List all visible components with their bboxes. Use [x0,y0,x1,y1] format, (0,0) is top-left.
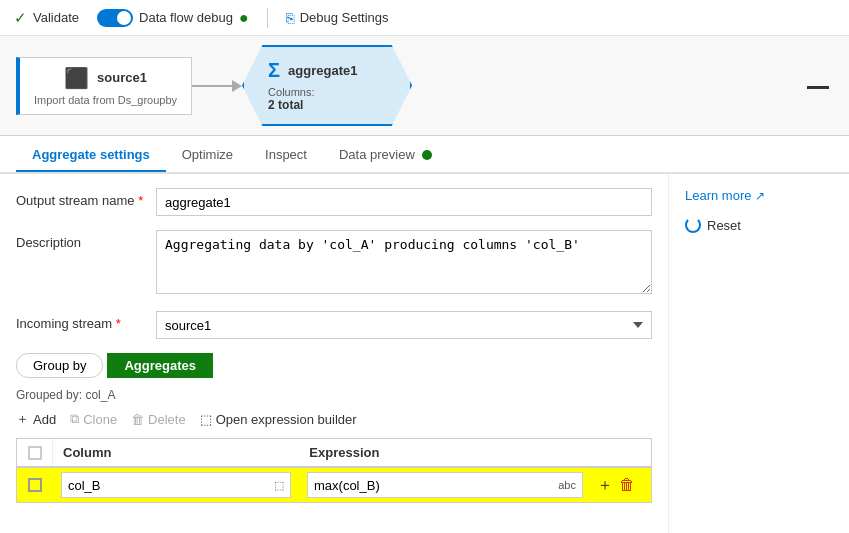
data-preview-dot [422,150,432,160]
learn-more-link[interactable]: Learn more ↗ [685,188,833,203]
reset-label: Reset [707,218,741,233]
expression-input-wrap: abc [307,472,583,498]
add-button[interactable]: ＋ Add [16,410,56,428]
row-add-icon[interactable]: ＋ [597,475,613,496]
source-node-title: source1 [97,70,147,85]
clone-button[interactable]: ⧉ Clone [70,411,117,427]
incoming-stream-select[interactable]: source1 [156,311,652,339]
aggregate-node-columns-label: Columns: [268,86,314,98]
tabs-bar: Aggregate settings Optimize Inspect Data… [0,136,849,174]
td-expression-cell: abc [299,468,591,502]
debug-settings-label: Debug Settings [300,10,389,25]
description-row: Description [16,230,652,297]
th-checkbox [17,439,53,466]
expression-builder-icon: ⬚ [200,412,212,427]
description-input-wrap [156,230,652,297]
th-actions [591,439,651,466]
tab-data-preview[interactable]: Data preview [323,139,449,172]
toggle-group: Group by Aggregates [16,353,652,378]
tab-optimize[interactable]: Optimize [166,139,249,172]
td-checkbox-cell [17,472,53,498]
incoming-stream-select-wrap: source1 [156,311,652,339]
add-icon: ＋ [16,410,29,428]
source-node-icon: ⬛ [64,66,89,90]
aggregate-node-icon: Σ [268,59,280,82]
row-checkbox[interactable] [28,478,42,492]
table-header: Column Expression [17,439,651,467]
output-stream-input-wrap [156,188,652,216]
aggregates-button[interactable]: Aggregates [107,353,213,378]
column-type-icon: ⬚ [274,479,284,492]
external-link-icon: ↗ [755,189,765,203]
description-label: Description [16,230,156,250]
expression-builder-button[interactable]: ⬚ Open expression builder [200,412,357,427]
data-flow-debug-label: Data flow debug [139,10,233,25]
column-input[interactable] [68,478,274,493]
reset-button[interactable]: Reset [685,217,833,233]
pipeline-arrow [192,80,242,92]
source-node[interactable]: ⬛ source1 Import data from Ds_groupby [16,57,192,115]
aggregate-table: Column Expression ⬚ ab [16,438,652,503]
output-stream-input[interactable] [156,188,652,216]
description-input[interactable] [156,230,652,294]
validate-button[interactable]: ✓ Validate [14,9,79,27]
collapse-bar [807,86,829,89]
delete-icon: 🗑 [131,412,144,427]
output-stream-row: Output stream name * [16,188,652,216]
validate-label: Validate [33,10,79,25]
delete-button[interactable]: 🗑 Delete [131,412,186,427]
data-flow-debug-toggle[interactable]: Data flow debug ● [97,9,249,27]
table-row: ⬚ abc ＋ 🗑 [17,467,651,502]
debug-settings-button[interactable]: ⎘ Debug Settings [286,10,389,26]
group-by-button[interactable]: Group by [16,353,103,378]
toolbar: ✓ Validate Data flow debug ● ⎘ Debug Set… [0,0,849,36]
source-node-subtitle: Import data from Ds_groupby [34,94,177,106]
aggregate-node-columns-value: 2 total [268,98,303,112]
output-stream-label: Output stream name * [16,188,156,208]
tab-aggregate-settings[interactable]: Aggregate settings [16,139,166,172]
incoming-stream-row: Incoming stream * source1 [16,311,652,339]
pipeline-canvas: ⬛ source1 Import data from Ds_groupby Σ … [0,36,849,136]
learn-more-label: Learn more [685,188,751,203]
settings-panel: Output stream name * Description Incomin… [0,174,669,533]
expression-input[interactable] [314,478,554,493]
incoming-required-marker: * [116,316,121,331]
right-panel: Learn more ↗ Reset [669,174,849,533]
required-marker: * [138,193,143,208]
header-checkbox[interactable] [28,446,42,460]
action-bar: ＋ Add ⧉ Clone 🗑 Delete ⬚ Open expression… [16,410,652,428]
reset-icon [685,217,701,233]
row-delete-icon[interactable]: 🗑 [619,476,635,494]
clone-icon: ⧉ [70,411,79,427]
expr-type-label: abc [558,479,576,491]
toolbar-divider [267,8,268,28]
grouped-by-text: Grouped by: col_A [16,388,652,402]
debug-settings-icon: ⎘ [286,10,294,26]
debug-toggle-switch[interactable] [97,9,133,27]
check-icon: ✓ [14,9,27,27]
aggregate-node-title: aggregate1 [288,63,357,78]
aggregate-node[interactable]: Σ aggregate1 Columns: 2 total [242,45,412,126]
incoming-stream-label: Incoming stream * [16,311,156,331]
td-column-cell: ⬚ [53,468,299,502]
th-expression: Expression [299,439,591,466]
td-actions-cell: ＋ 🗑 [591,475,651,496]
tab-inspect[interactable]: Inspect [249,139,323,172]
th-column: Column [53,439,299,466]
debug-status-dot: ● [239,9,249,27]
